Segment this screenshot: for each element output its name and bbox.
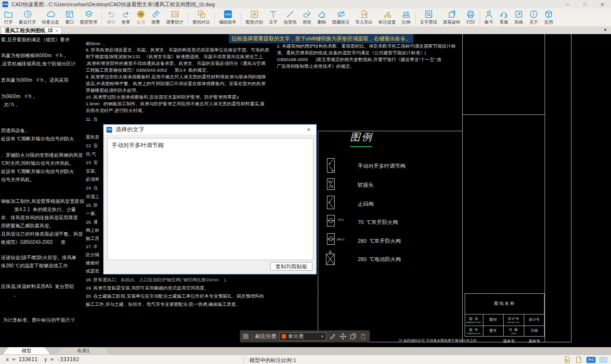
toolbar-about-button[interactable]: 关于 <box>526 9 541 26</box>
tab-list-caret-icon[interactable]: ▼ <box>603 28 607 32</box>
cad-text-line: 9. 风管穿过非防火墙体或楼板时,应用不燃且对人体无害的柔性材料将风管与墙体间的… <box>86 74 266 80</box>
toolbar-label: 测量统计 <box>166 19 183 25</box>
toolbar-account-button[interactable]: 账号 <box>481 9 496 26</box>
svg-text:VIP: VIP <box>139 13 143 16</box>
statusbar: x = 133611 y = -333102 模型中的标注比例:1 P-C <box>0 354 611 364</box>
dialog-titlebar[interactable]: CAD 选择的文字 × <box>104 125 316 135</box>
tab-close-icon[interactable]: × <box>55 28 58 33</box>
toolbar-window-button[interactable]: 窗口 <box>62 9 77 26</box>
cad-text-line: 17. 不 <box>86 244 98 250</box>
toolbar-hide-annotation-button[interactable]: 隐藏标注 <box>329 9 352 26</box>
find-text-icon <box>424 10 433 19</box>
toolbar-drawing-compare-button[interactable]: 图纸对比 <box>190 9 213 26</box>
tab-layout1[interactable]: 布局1 <box>57 347 110 354</box>
cloud-drive-icon <box>46 10 55 19</box>
copy-annotation-icon[interactable] <box>350 333 357 340</box>
rotate-screen-icon <box>447 10 456 19</box>
toolbar-support-button[interactable]: 客服 <box>496 9 511 26</box>
toolbar-separator <box>214 11 215 25</box>
annotation-category-dropdown[interactable]: 未分类 ▼ <box>279 332 326 341</box>
toolbar-shapes-button[interactable]: 形状 <box>299 9 314 26</box>
toolbar-text-button[interactable]: 文字 <box>266 9 281 26</box>
shapes-icon <box>302 10 312 19</box>
cad-text-line: 处设有 ℃熔断并输出电信号的防火 <box>1 136 74 142</box>
toolbar-label: 会员 <box>137 19 145 25</box>
toolbar-measure-stats-button[interactable]: 测量统计 <box>163 9 186 26</box>
toolbar-label: 窗口 <box>65 19 74 25</box>
cad-text-line: 12. 安 <box>86 143 98 149</box>
toolbar-delete-button[interactable]: 删除 <box>314 9 329 26</box>
toolbar-print-button[interactable]: 打印 <box>463 9 478 26</box>
export-image-icon[interactable] <box>563 356 571 364</box>
toolbar-redo-button[interactable]: 恢复 <box>118 9 133 26</box>
window-icon <box>65 10 74 19</box>
cad-text-line: 保280 ℃的温度下能够连续工作 <box>1 263 68 269</box>
toolbar-label: 应用 <box>545 19 553 25</box>
annotation-grid-icon[interactable] <box>243 333 249 339</box>
title-block-cell: 日 期 DATE <box>503 326 524 336</box>
pc-sync-icon[interactable]: P-C <box>586 357 596 363</box>
version-value: 版本号 <box>529 339 540 344</box>
copy-to-clipboard-button[interactable]: 复制到剪贴板 <box>270 262 312 271</box>
toolbar-annotation-settings-button[interactable]: 标注设置 <box>376 9 399 26</box>
toolbar-edit-assistant-button[interactable]: CAD编辑助手 <box>216 9 239 26</box>
toolbar-recent-open-button[interactable]: 最近打开 <box>16 9 39 26</box>
toolbar-find-text-button[interactable]: 文字查找 <box>417 9 440 26</box>
legend-temp-label: 70°C <box>338 218 344 221</box>
cad-text-line: ,风管和管道部件的重量不得由通风设备承受。风管支、吊架的安装必须符合《通风与空调 <box>86 61 265 67</box>
apps-icon <box>544 10 553 19</box>
cad-text-line: 连玻钛金(级不燃)防火软管。排风兼 <box>1 254 77 261</box>
cad-text-line: 填实,外表面粉饰平整。风管上的可拆卸接口不得设置在墙体或楼板内。安装在室外的风管 <box>86 81 265 87</box>
toolbar-undo-button[interactable]: 撤销 <box>104 9 118 26</box>
toolbar-scale-button[interactable]: A:B比例 <box>399 9 414 26</box>
toolbar-cloud-drive-button[interactable]: 快看云盘 <box>39 9 62 26</box>
tab-drawing[interactable]: 通风工程实例图纸_t3 × <box>1 27 62 34</box>
dialog-close-icon[interactable]: × <box>304 126 313 133</box>
toolbar-vip-button[interactable]: VIP会员 <box>133 9 148 26</box>
legend-title-underline <box>350 146 372 147</box>
toolbar-draw-line-button[interactable]: 画直线 <box>281 9 299 26</box>
cad-text-line: 风量为每部楼梯间000m ³/ h 。 <box>1 52 69 59</box>
edit-annotation-icon[interactable] <box>329 333 337 340</box>
about-icon <box>529 10 538 19</box>
toolbar-rotate-screen-button[interactable]: 屏幕旋转 <box>440 9 463 26</box>
svg-text:CAD: CAD <box>225 13 231 16</box>
toolbar-separator <box>102 11 102 25</box>
export-pdf-icon[interactable] <box>575 356 583 364</box>
legend-item-label: 软接头 <box>358 181 374 188</box>
cad-text-line: ,设置机械排烟系统,每个防烟分区计 <box>1 61 76 67</box>
cad-text-line: 准。通风空调系统的组成,设备的选型等均满足《公共建筑节能设计标准》( <box>277 50 426 56</box>
cad-text-line: 13. 安 <box>86 160 98 166</box>
tab-model[interactable]: 模型 <box>3 347 50 354</box>
toolbar-apps-button[interactable]: 应用 <box>541 9 556 26</box>
maximize-button[interactable]: □ <box>576 0 594 9</box>
paste-annotation-icon[interactable] <box>360 333 367 340</box>
toolbar-open-button[interactable]: 打开 <box>1 9 16 26</box>
toolbar-shape-recognize-button[interactable]: 图形识别 <box>243 9 266 26</box>
title-block-cell: 图 号 (DRAWING) No. <box>465 326 483 336</box>
panel-toggle-icon[interactable] <box>599 357 607 363</box>
window-titlebar: CAD CAD快速看图 - C:\Users\ruohan\Desktop\CA… <box>0 0 611 9</box>
selected-text-area[interactable]: 手动对开多叶调节阀 <box>107 138 313 260</box>
delete-icon <box>317 10 326 19</box>
svg-text:A:B: A:B <box>403 11 409 14</box>
toolbar-import-export-button[interactable]: 导入导出 <box>352 9 376 26</box>
toolbar-layer-manager-button[interactable]: 图层管理 <box>77 9 100 26</box>
toolbar-measure-button[interactable]: 测量 <box>148 9 163 26</box>
cursor-coordinates: x = 133611 y = -333102 <box>6 356 79 363</box>
cad-text-line: 次/ h 。 <box>4 101 20 108</box>
open-icon <box>4 10 13 19</box>
measure-icon <box>151 10 160 19</box>
toolbar-label: 关于 <box>530 19 538 25</box>
export-pdf-icon <box>575 356 583 364</box>
cad-text-line: 。 <box>13 291 18 298</box>
minimize-button[interactable]: ─ <box>559 0 576 9</box>
move-annotation-icon[interactable] <box>339 333 347 340</box>
cad-text-line: 1.6mm 的钢板加工制作。风管与防护套管之间应用不燃且对人体无害的柔性材料塞实… <box>86 101 265 107</box>
cad-text-line: 为0600m ³/ h 。 <box>1 93 38 100</box>
toolbar-label: 编辑助手 <box>219 19 236 25</box>
toolbar-label: 打印 <box>467 19 475 25</box>
close-button[interactable]: ✕ <box>594 0 611 9</box>
toolbar-style-button[interactable]: 风格 <box>511 9 526 26</box>
legend-item-label: 止回阀 <box>358 201 374 208</box>
